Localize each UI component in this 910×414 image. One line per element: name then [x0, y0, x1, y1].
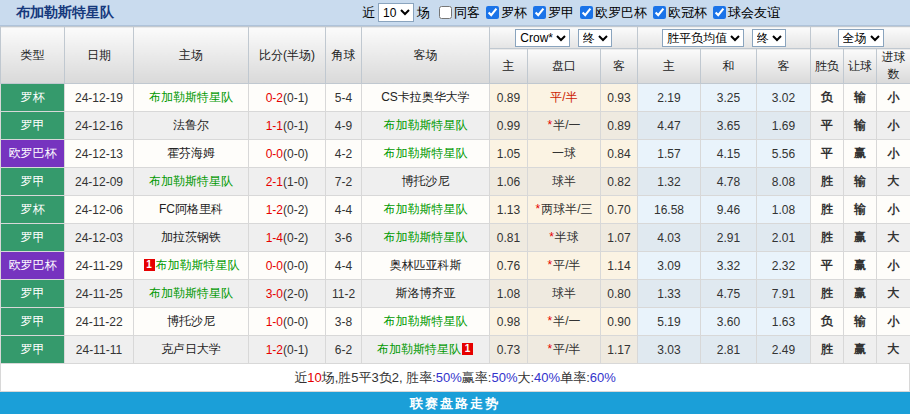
col-header-date: 日期	[65, 27, 134, 84]
avg-period-select[interactable]: 终	[752, 29, 786, 47]
crown-away-odds: 0.70	[601, 196, 638, 224]
bookmaker-select[interactable]: Crow*	[515, 29, 570, 47]
crown-period-select[interactable]: 终	[578, 29, 612, 47]
filter-球会友谊: 球会友谊	[713, 4, 780, 22]
filter-label: 球会友谊	[728, 4, 780, 22]
team-name[interactable]: 布加勒斯特星队	[384, 146, 468, 160]
page-title: 布加勒斯特星队	[16, 4, 114, 22]
league-type-badge[interactable]: 欧罗巴杯	[1, 140, 65, 168]
score-cell: 2-1(1-0)	[249, 168, 326, 196]
avg-odds-select[interactable]: 胜平负均值	[662, 29, 744, 47]
scope-select[interactable]: 全场	[838, 29, 884, 47]
filter-checkbox-罗杯[interactable]	[486, 6, 499, 19]
handicap-star: *	[547, 314, 552, 328]
avg-away-odds: 2.32	[757, 252, 811, 280]
handicap-text: 半球	[555, 230, 579, 244]
team-name[interactable]: 霍芬海姆	[167, 146, 215, 160]
home-team-cell: 布加勒斯特星队	[134, 168, 249, 196]
avg-away-odds: 2.49	[757, 336, 811, 364]
summary-segment: 10	[307, 370, 321, 385]
match-row: 欧罗巴杯24-12-13霍芬海姆0-0(0-0)4-2布加勒斯特星队1.05一球…	[1, 140, 910, 168]
league-type-badge[interactable]: 罗甲	[1, 112, 65, 140]
team-name[interactable]: FC阿格里科	[159, 202, 223, 216]
league-type-badge[interactable]: 罗甲	[1, 168, 65, 196]
match-row: 罗甲24-11-11克卢日大学1-2(0-1)6-2布加勒斯特星队10.73*平…	[1, 336, 910, 364]
team-name[interactable]: 布加勒斯特星队	[377, 342, 461, 356]
league-type-badge[interactable]: 欧罗巴杯	[1, 252, 65, 280]
corner-cell: 3-6	[326, 224, 362, 252]
team-name[interactable]: 布加勒斯特星队	[384, 314, 468, 328]
corner-cell: 4-2	[326, 140, 362, 168]
team-name[interactable]: 博托沙尼	[402, 174, 450, 188]
team-name[interactable]: CS卡拉奥华大学	[381, 90, 470, 104]
crown-away-odds: 1.14	[601, 252, 638, 280]
away-team-cell: 布加勒斯特星队	[362, 308, 490, 336]
team-name[interactable]: 克卢日大学	[161, 342, 221, 356]
avg-draw-odds: 4.15	[701, 140, 757, 168]
near-count-select[interactable]: 10	[378, 3, 414, 22]
score-cell: 0-2(0-1)	[249, 84, 326, 112]
halftime-score: (0-0)	[283, 259, 308, 273]
avg-home-odds: 1.32	[638, 168, 701, 196]
away-team-cell: 斯洛博齐亚	[362, 280, 490, 308]
team-name[interactable]: 奥林匹亚科斯	[390, 258, 462, 272]
avg-away-odds: 2.01	[757, 224, 811, 252]
match-date: 24-12-19	[65, 84, 134, 112]
team-name[interactable]: 法鲁尔	[173, 118, 209, 132]
filter-checkbox-同客[interactable]	[439, 6, 452, 19]
col-header-avg-draw: 和	[701, 49, 757, 84]
summary-segment: 大:	[517, 369, 534, 387]
away-team-cell: 布加勒斯特星队	[362, 196, 490, 224]
league-type-badge[interactable]: 罗甲	[1, 224, 65, 252]
winloss-result: 胜	[811, 168, 844, 196]
score-cell: 1-1(0-1)	[249, 112, 326, 140]
crown-home-odds: 1.08	[490, 280, 528, 308]
team-name[interactable]: 博托沙尼	[167, 314, 215, 328]
handicap-result: 输	[844, 168, 877, 196]
crown-home-odds: 0.81	[490, 224, 528, 252]
avg-draw-odds: 4.75	[701, 280, 757, 308]
league-filters: 同客罗杯罗甲欧罗巴杯欧冠杯球会友谊	[433, 4, 780, 22]
filter-checkbox-欧罗巴杯[interactable]	[580, 6, 593, 19]
crown-home-odds: 1.13	[490, 196, 528, 224]
team-name[interactable]: 布加勒斯特星队	[384, 230, 468, 244]
corner-cell: 11-2	[326, 280, 362, 308]
league-trend-link[interactable]: 联赛盘路走势	[410, 395, 500, 413]
filter-checkbox-欧冠杯[interactable]	[653, 6, 666, 19]
filter-同客: 同客	[439, 4, 480, 22]
filter-checkbox-罗甲[interactable]	[533, 6, 546, 19]
halftime-score: (0-1)	[283, 343, 308, 357]
away-team-cell: 布加勒斯特星队	[362, 112, 490, 140]
league-type-badge[interactable]: 罗甲	[1, 280, 65, 308]
team-name[interactable]: 布加勒斯特星队	[149, 174, 233, 188]
rank-badge: 1	[144, 259, 155, 271]
handicap-star: *	[547, 258, 552, 272]
match-date: 24-12-09	[65, 168, 134, 196]
score-cell: 0-0(0-0)	[249, 252, 326, 280]
team-name[interactable]: 加拉茨钢铁	[161, 230, 221, 244]
filter-checkbox-球会友谊[interactable]	[713, 6, 726, 19]
team-name[interactable]: 布加勒斯特星队	[149, 90, 233, 104]
team-name[interactable]: 布加勒斯特星队	[156, 258, 240, 272]
score-cell: 1-0(0-0)	[249, 308, 326, 336]
team-name[interactable]: 布加勒斯特星队	[384, 118, 468, 132]
title-bar: 布加勒斯特星队 近 10 场 同客罗杯罗甲欧罗巴杯欧冠杯球会友谊	[0, 0, 910, 26]
team-name[interactable]: 布加勒斯特星队	[149, 286, 233, 300]
handicap-text: 平/半	[550, 90, 577, 104]
team-name[interactable]: 布加勒斯特星队	[384, 202, 468, 216]
crown-away-odds: 0.80	[601, 280, 638, 308]
crown-away-odds: 0.84	[601, 140, 638, 168]
crown-away-odds: 1.17	[601, 336, 638, 364]
away-team-cell: CS卡拉奥华大学	[362, 84, 490, 112]
league-type-badge[interactable]: 罗甲	[1, 336, 65, 364]
winloss-result: 平	[811, 252, 844, 280]
team-name[interactable]: 斯洛博齐亚	[396, 286, 456, 300]
league-type-badge[interactable]: 罗杯	[1, 196, 65, 224]
crown-away-odds: 0.89	[601, 112, 638, 140]
summary-segment: 近	[294, 369, 307, 387]
league-type-badge[interactable]: 罗甲	[1, 308, 65, 336]
league-type-badge[interactable]: 罗杯	[1, 84, 65, 112]
crown-handicap: 球半	[528, 168, 601, 196]
avg-away-odds: 3.02	[757, 84, 811, 112]
avg-away-odds: 5.56	[757, 140, 811, 168]
